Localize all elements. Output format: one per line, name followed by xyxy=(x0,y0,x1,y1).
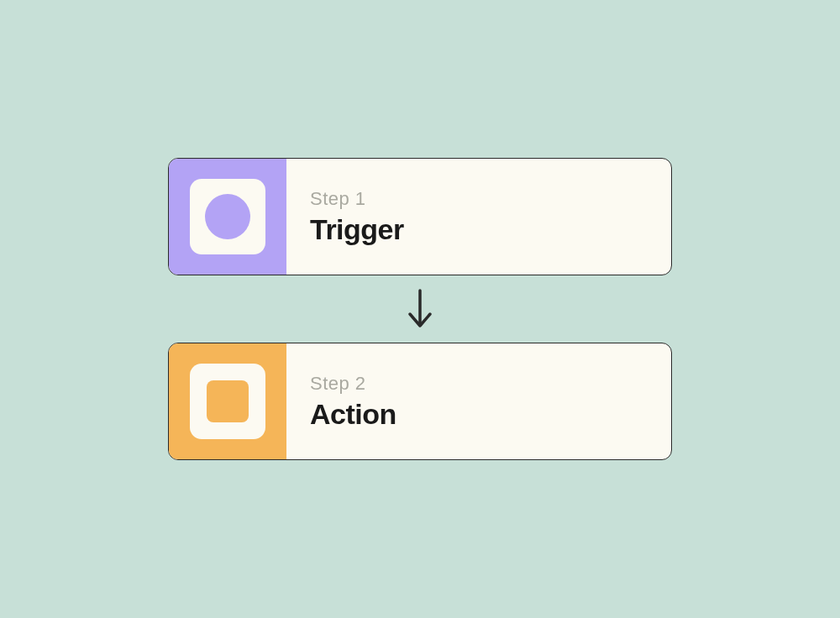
action-step-card: Step 2 Action xyxy=(168,343,672,460)
trigger-step-label: Step 1 xyxy=(310,188,404,210)
workflow-diagram: Step 1 Trigger Step 2 Action xyxy=(168,158,672,460)
action-icon-box xyxy=(190,364,265,439)
trigger-text-section: Step 1 Trigger xyxy=(286,159,404,275)
action-step-label: Step 2 xyxy=(310,373,396,395)
circle-icon xyxy=(205,194,250,239)
square-icon xyxy=(207,380,249,422)
trigger-step-card: Step 1 Trigger xyxy=(168,158,672,275)
trigger-icon-section xyxy=(169,159,286,275)
action-text-section: Step 2 Action xyxy=(286,343,396,459)
arrow-connector xyxy=(403,275,437,343)
arrow-down-icon xyxy=(403,287,437,331)
action-step-title: Action xyxy=(310,398,396,431)
action-icon-section xyxy=(169,343,286,459)
trigger-step-title: Trigger xyxy=(310,213,404,246)
trigger-icon-box xyxy=(190,179,265,254)
